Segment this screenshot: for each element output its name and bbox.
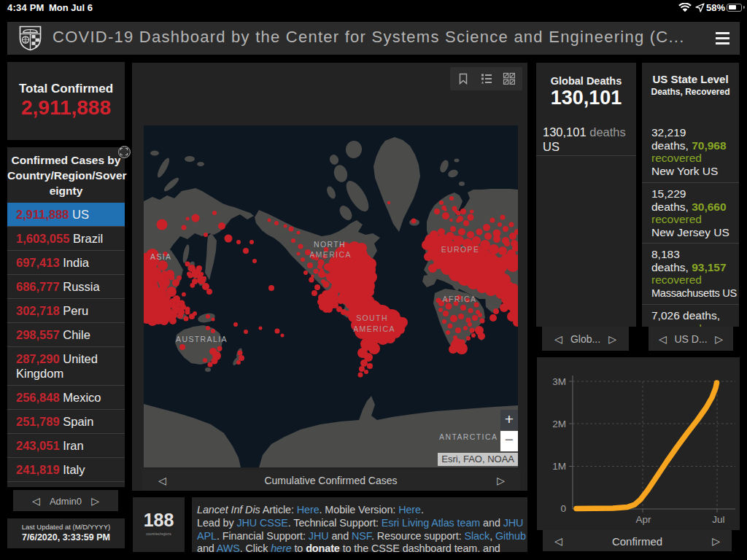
svg-text:2M: 2M: [552, 419, 566, 429]
svg-text:AUSTRALIA: AUSTRALIA: [176, 335, 228, 343]
svg-text:1M: 1M: [552, 461, 566, 472]
svg-text:SOUTH: SOUTH: [356, 314, 388, 322]
svg-text:ASIA: ASIA: [150, 252, 172, 261]
svg-text:AFRICA: AFRICA: [443, 295, 477, 303]
svg-text:3M: 3M: [552, 376, 566, 387]
svg-text:0: 0: [560, 503, 566, 514]
svg-text:NORTH: NORTH: [314, 240, 346, 249]
svg-text:ANTARCTICA: ANTARCTICA: [439, 432, 498, 441]
svg-text:AMERICA: AMERICA: [309, 250, 352, 259]
svg-text:Jul: Jul: [712, 514, 724, 525]
svg-text:EUROPE: EUROPE: [441, 245, 480, 254]
svg-text:Apr: Apr: [635, 514, 651, 525]
svg-text:AMERICA: AMERICA: [353, 324, 395, 333]
